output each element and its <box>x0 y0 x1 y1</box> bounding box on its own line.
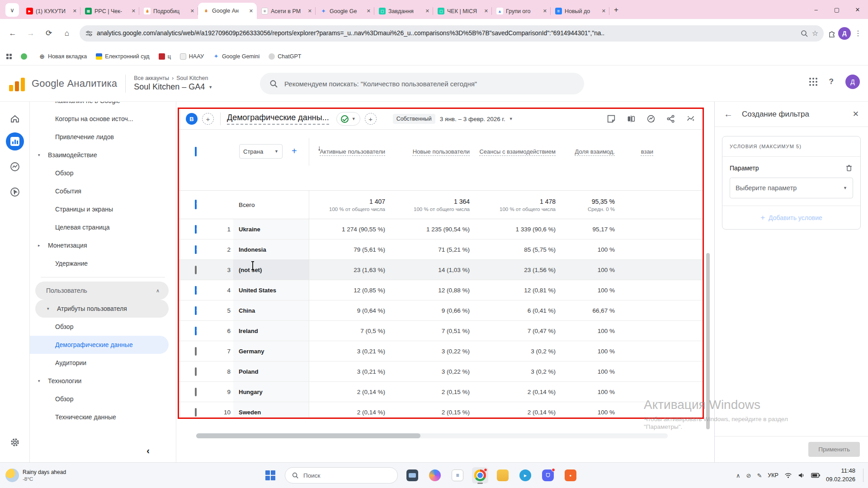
expand-arrow-icon[interactable]: ▸ <box>38 243 44 248</box>
advertising-icon[interactable] <box>6 183 24 201</box>
explore-icon[interactable] <box>6 158 24 176</box>
sidebar-item[interactable]: Обзор <box>30 390 169 408</box>
tab-close-icon[interactable]: ✕ <box>189 7 195 15</box>
totals-checkbox[interactable] <box>195 200 197 209</box>
tab-close-icon[interactable]: ✕ <box>307 7 313 15</box>
sidebar-item[interactable]: ▾ Атрибуты пользователя <box>35 300 169 318</box>
row-checkbox[interactable] <box>195 367 197 376</box>
home-button[interactable]: ⌂ <box>59 25 75 42</box>
sort-descending-icon[interactable]: ↓ <box>317 144 321 152</box>
taskbar-search[interactable]: Поиск <box>285 467 398 483</box>
row-checkbox[interactable] <box>195 225 197 234</box>
expand-arrow-icon[interactable]: ▾ <box>38 379 44 383</box>
account-breadcrumb[interactable]: Все аккаунты › Soul Kitchen Soul Kitchen… <box>134 75 212 92</box>
site-settings-icon[interactable] <box>85 29 93 38</box>
reload-button[interactable]: ⟳ <box>41 25 57 42</box>
scrollbar-thumb[interactable] <box>196 433 420 438</box>
close-icon[interactable]: ✕ <box>853 109 859 119</box>
copilot-button[interactable] <box>427 467 443 483</box>
sidebar-item[interactable]: Когорты на основе источ... <box>30 110 169 128</box>
collapse-nav-icon[interactable]: ‹ <box>146 446 150 456</box>
insights-icon[interactable] <box>646 114 656 124</box>
back-button[interactable]: ← <box>5 25 21 42</box>
telegram-button[interactable] <box>517 467 533 483</box>
column-header-new-users[interactable]: Новые пользователи <box>385 147 470 156</box>
sidebar-item[interactable]: Аудитории <box>30 354 169 372</box>
address-bar[interactable]: analytics.google.com/analytics/web/#/a19… <box>80 25 824 42</box>
browser-tab[interactable]: Google Ан ✕ <box>198 3 257 19</box>
sidebar-item[interactable]: Технические данные <box>30 408 169 426</box>
table-row[interactable]: 9 Hungary 2 (0,14 %) 2 (0,15 %) 2 (0,14 … <box>179 382 703 402</box>
alarm-app-button[interactable] <box>562 467 579 483</box>
weather-widget[interactable]: Rainy days ahead -8°C <box>0 469 104 482</box>
chevron-up-icon[interactable]: ∧ <box>156 288 160 294</box>
forward-button[interactable]: → <box>23 25 39 42</box>
trash-icon[interactable] <box>845 164 853 172</box>
property-name[interactable]: Soul Kitchen – GA4 <box>134 82 205 92</box>
add-dimension-button[interactable]: + <box>292 146 297 156</box>
url-text[interactable]: analytics.google.com/analytics/web/#/a19… <box>97 30 797 37</box>
do-not-disturb-icon[interactable]: ⊘ <box>746 472 751 479</box>
chevron-down-icon[interactable]: ▼ <box>352 117 356 121</box>
share-icon[interactable] <box>666 114 676 124</box>
table-row[interactable]: 2 Indonesia 79 (5,61 %) 71 (5,21 %) 85 (… <box>179 239 703 260</box>
sidebar-item[interactable]: Обзор <box>30 164 169 182</box>
table-row[interactable]: 1 Ukraine 1 274 (90,55 %) 1 235 (90,54 %… <box>179 219 703 239</box>
breadcrumb-current[interactable]: Soul Kitchen <box>176 75 208 81</box>
help-icon[interactable]: ? <box>829 77 834 86</box>
table-row[interactable]: 8 Poland 3 (0,21 %) 3 (0,22 %) 3 (0,2 %)… <box>179 361 703 382</box>
add-comparison-button[interactable]: + <box>202 113 214 125</box>
table-row[interactable]: 10 Sweden 2 (0,14 %) 2 (0,15 %) 2 (0,14 … <box>179 402 703 419</box>
browser-tab[interactable]: Завдання ✕ <box>374 3 433 19</box>
start-button[interactable] <box>262 467 278 483</box>
bookmark-item[interactable]: ChatGPT <box>269 53 301 60</box>
browser-tab[interactable]: ЧЕК | МІСЯ ✕ <box>433 3 492 19</box>
tab-close-icon[interactable]: ✕ <box>483 7 489 15</box>
table-row[interactable]: 6 Ireland 7 (0,5 %) 7 (0,51 %) 7 (0,47 %… <box>179 321 703 341</box>
row-checkbox[interactable] <box>195 408 197 417</box>
sidebar-item[interactable]: ▾ Технологии <box>30 372 169 390</box>
discord-button[interactable] <box>540 467 556 483</box>
browser-tab[interactable]: Асети в PM ✕ <box>257 3 316 19</box>
tab-close-icon[interactable]: ✕ <box>366 7 372 15</box>
tab-close-icon[interactable]: ✕ <box>542 7 548 15</box>
browser-profile-avatar[interactable]: Д <box>838 27 851 40</box>
close-button[interactable]: ✕ <box>847 0 868 19</box>
minimize-button[interactable]: – <box>806 0 826 19</box>
extensions-icon[interactable] <box>828 29 836 38</box>
settings-gear-icon[interactable] <box>6 433 24 451</box>
sidebar-item[interactable]: Обзор <box>30 318 169 336</box>
vertical-scrollbar[interactable] <box>706 253 710 429</box>
column-header-sessions[interactable]: Сеансы с взаимодействием <box>470 147 556 156</box>
browser-tab[interactable]: Новый до ✕ <box>551 3 609 19</box>
sidebar-item[interactable]: События <box>30 182 169 200</box>
new-tab-button[interactable]: + <box>614 5 618 14</box>
back-arrow-icon[interactable]: ← <box>724 109 733 119</box>
maximize-button[interactable]: ▢ <box>826 0 847 19</box>
compare-icon[interactable] <box>626 114 636 124</box>
ga-apps-grid-icon[interactable] <box>809 78 817 86</box>
ga-logo-icon[interactable] <box>9 76 26 91</box>
row-checkbox[interactable] <box>195 327 197 335</box>
tray-expand-icon[interactable]: ∧ <box>736 472 741 479</box>
spark-icon[interactable] <box>686 114 696 124</box>
add-condition-button[interactable]: + Добавить условие <box>722 206 860 229</box>
dimension-check-pill[interactable]: ▼ <box>336 112 360 126</box>
bookmark-item[interactable] <box>21 53 30 60</box>
browser-tab[interactable]: PPC | Чек- ✕ <box>80 3 139 19</box>
tab-close-icon[interactable]: ✕ <box>601 7 607 15</box>
expand-arrow-icon[interactable]: ▾ <box>38 153 44 157</box>
sidebar-item[interactable]: Демографические данные <box>30 336 169 354</box>
volume-icon[interactable] <box>798 472 805 479</box>
ga-search-bar[interactable]: Рекомендуем поискать: "Количество пользо… <box>260 73 584 94</box>
sidebar-item[interactable]: Страницы и экраны <box>30 200 169 218</box>
comparison-badge[interactable]: B <box>186 113 198 125</box>
home-icon[interactable] <box>6 110 24 128</box>
zoom-icon[interactable] <box>800 29 808 38</box>
breadcrumb-root[interactable]: Все аккаунты <box>134 75 169 81</box>
browser-menu-icon[interactable]: ⋮ <box>853 29 863 38</box>
apps-grid-icon[interactable] <box>6 54 12 59</box>
report-title[interactable]: Демографические данны... <box>227 113 329 125</box>
tab-search-button[interactable]: ∨ <box>5 3 19 17</box>
sidebar-item[interactable]: ▸ Монетизация <box>30 236 169 254</box>
